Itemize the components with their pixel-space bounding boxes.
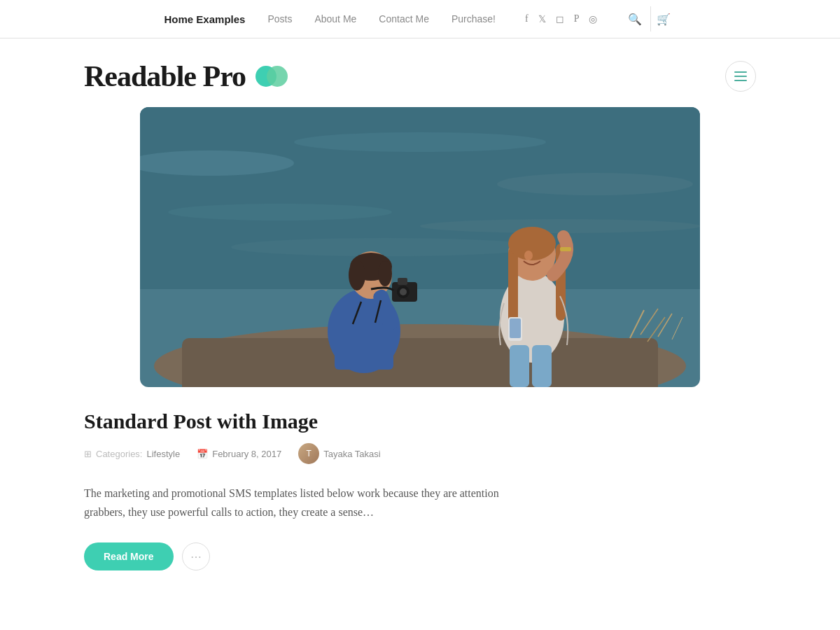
- post-title[interactable]: Standard Post with Image: [84, 410, 756, 433]
- category-value[interactable]: Lifestyle: [146, 449, 180, 459]
- svg-point-4: [497, 173, 693, 195]
- nav-link-contact[interactable]: Contact Me: [379, 13, 429, 24]
- site-title-wrap: Readable Pro: [84, 59, 288, 93]
- rss-icon[interactable]: ◎: [589, 13, 597, 25]
- facebook-icon[interactable]: f: [525, 13, 528, 24]
- post-meta: ⊞ Categories: Lifestyle 📅 February 8, 20…: [84, 443, 756, 464]
- svg-rect-23: [398, 278, 407, 285]
- post-excerpt: The marketing and promotional SMS templa…: [84, 484, 532, 522]
- category-icon: ⊞: [84, 449, 92, 459]
- nav-link-posts[interactable]: Posts: [267, 13, 292, 24]
- date-value: February 8, 2017: [212, 449, 281, 459]
- nav-link-purchase[interactable]: Purchase!: [451, 13, 496, 24]
- calendar-icon: 📅: [197, 449, 208, 459]
- post-author: T Tayaka Takasi: [298, 443, 380, 464]
- svg-point-5: [168, 204, 392, 220]
- svg-point-25: [400, 288, 407, 295]
- svg-rect-30: [532, 345, 552, 387]
- svg-rect-36: [560, 247, 571, 251]
- svg-point-7: [231, 238, 539, 256]
- nav-link-about[interactable]: About Me: [314, 13, 356, 24]
- svg-point-35: [524, 251, 533, 260]
- pinterest-icon[interactable]: P: [574, 13, 580, 24]
- twitter-icon[interactable]: 𝕏: [538, 13, 546, 25]
- menu-line-1: [734, 71, 747, 73]
- read-more-row: Read More ⋯: [84, 542, 756, 570]
- site-header: Readable Pro: [0, 38, 840, 107]
- logo-circles: [255, 66, 288, 87]
- svg-rect-29: [510, 345, 529, 387]
- nav-social-group: f 𝕏 ◻ P ◎: [525, 13, 597, 25]
- logo-circle-right: [267, 66, 288, 87]
- svg-point-6: [420, 219, 700, 233]
- categories-label: Categories:: [96, 449, 142, 459]
- svg-point-18: [349, 260, 365, 290]
- svg-rect-38: [510, 318, 521, 338]
- menu-button[interactable]: [725, 61, 756, 92]
- share-button[interactable]: ⋯: [182, 542, 210, 570]
- nav-actions: 🔍 🛒: [622, 6, 676, 31]
- main-content: Standard Post with Image ⊞ Categories: L…: [0, 107, 840, 598]
- read-more-button[interactable]: Read More: [84, 542, 174, 570]
- instagram-icon[interactable]: ◻: [556, 13, 564, 25]
- author-avatar: T: [298, 443, 319, 464]
- cart-button[interactable]: 🛒: [650, 6, 676, 31]
- nav-brand[interactable]: Home Examples: [164, 13, 246, 25]
- post-category: ⊞ Categories: Lifestyle: [84, 449, 180, 459]
- navbar: Home Examples Posts About Me Contact Me …: [0, 0, 840, 38]
- site-title: Readable Pro: [84, 59, 246, 93]
- svg-rect-9: [182, 338, 658, 387]
- author-name[interactable]: Tayaka Takasi: [323, 449, 380, 459]
- search-button[interactable]: 🔍: [622, 6, 648, 31]
- svg-point-3: [294, 132, 546, 152]
- post-date: 📅 February 8, 2017: [197, 449, 281, 459]
- featured-image[interactable]: [140, 107, 700, 387]
- menu-line-2: [734, 76, 747, 77]
- svg-point-19: [378, 261, 392, 286]
- menu-line-3: [734, 80, 747, 81]
